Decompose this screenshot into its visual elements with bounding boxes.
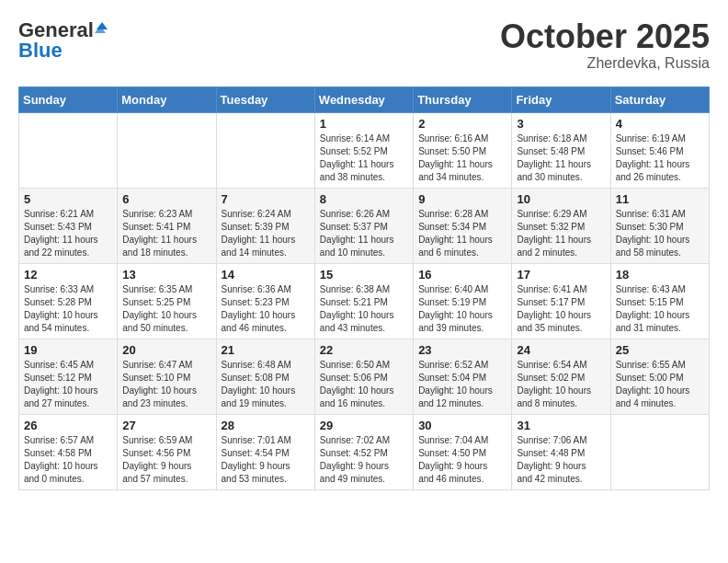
day-number: 11 xyxy=(616,192,704,206)
day-number: 13 xyxy=(122,268,210,282)
day-number: 27 xyxy=(122,419,210,432)
day-number: 8 xyxy=(320,192,408,206)
day-info: Sunrise: 6:29 AM Sunset: 5:32 PM Dayligh… xyxy=(517,208,605,259)
calendar-day-cell: 10Sunrise: 6:29 AM Sunset: 5:32 PM Dayli… xyxy=(512,188,610,263)
day-info: Sunrise: 6:28 AM Sunset: 5:34 PM Dayligh… xyxy=(418,208,506,259)
day-info: Sunrise: 6:18 AM Sunset: 5:48 PM Dayligh… xyxy=(517,132,605,184)
weekday-header: Friday xyxy=(512,86,610,112)
day-info: Sunrise: 6:21 AM Sunset: 5:43 PM Dayligh… xyxy=(24,208,112,259)
logo-icon xyxy=(95,20,108,33)
calendar-empty-cell xyxy=(216,112,314,188)
calendar-day-cell: 3Sunrise: 6:18 AM Sunset: 5:48 PM Daylig… xyxy=(512,112,610,188)
day-info: Sunrise: 6:35 AM Sunset: 5:25 PM Dayligh… xyxy=(122,283,210,335)
month-title: October 2025 xyxy=(500,18,710,55)
day-number: 9 xyxy=(418,192,506,206)
calendar-day-cell: 26Sunrise: 6:57 AM Sunset: 4:58 PM Dayli… xyxy=(19,414,118,489)
day-number: 15 xyxy=(320,268,408,282)
title-block: October 2025 Zherdevka, Russia xyxy=(500,18,710,72)
calendar-day-cell: 5Sunrise: 6:21 AM Sunset: 5:43 PM Daylig… xyxy=(19,188,118,263)
day-info: Sunrise: 6:43 AM Sunset: 5:15 PM Dayligh… xyxy=(616,283,704,335)
weekday-header: Monday xyxy=(118,86,216,112)
day-info: Sunrise: 7:04 AM Sunset: 4:50 PM Dayligh… xyxy=(418,434,506,486)
calendar-day-cell: 29Sunrise: 7:02 AM Sunset: 4:52 PM Dayli… xyxy=(314,414,413,489)
day-number: 18 xyxy=(616,268,704,282)
day-info: Sunrise: 7:06 AM Sunset: 4:48 PM Dayligh… xyxy=(517,434,605,486)
day-info: Sunrise: 6:55 AM Sunset: 5:00 PM Dayligh… xyxy=(616,359,704,410)
day-number: 22 xyxy=(320,343,408,357)
day-number: 10 xyxy=(517,192,605,206)
day-info: Sunrise: 6:38 AM Sunset: 5:21 PM Dayligh… xyxy=(320,283,408,335)
day-number: 14 xyxy=(222,268,310,282)
weekday-header: Thursday xyxy=(414,86,512,112)
day-info: Sunrise: 6:14 AM Sunset: 5:52 PM Dayligh… xyxy=(320,132,408,184)
day-info: Sunrise: 7:01 AM Sunset: 4:54 PM Dayligh… xyxy=(222,434,310,486)
day-info: Sunrise: 6:33 AM Sunset: 5:28 PM Dayligh… xyxy=(24,283,112,335)
calendar-day-cell: 6Sunrise: 6:23 AM Sunset: 5:41 PM Daylig… xyxy=(118,188,216,263)
logo: General Blue xyxy=(18,18,108,63)
day-number: 28 xyxy=(222,419,310,432)
day-number: 7 xyxy=(222,192,310,206)
day-info: Sunrise: 6:24 AM Sunset: 5:39 PM Dayligh… xyxy=(222,208,310,259)
day-number: 26 xyxy=(24,419,112,432)
calendar-day-cell: 11Sunrise: 6:31 AM Sunset: 5:30 PM Dayli… xyxy=(610,188,709,263)
day-number: 5 xyxy=(24,192,112,206)
day-info: Sunrise: 6:36 AM Sunset: 5:23 PM Dayligh… xyxy=(222,283,310,335)
weekday-header-row: SundayMondayTuesdayWednesdayThursdayFrid… xyxy=(19,86,710,112)
day-number: 3 xyxy=(517,117,605,131)
day-number: 31 xyxy=(517,419,605,432)
calendar-empty-cell xyxy=(118,112,216,188)
calendar-day-cell: 13Sunrise: 6:35 AM Sunset: 5:25 PM Dayli… xyxy=(118,263,216,339)
weekday-header: Tuesday xyxy=(216,86,314,112)
day-info: Sunrise: 6:16 AM Sunset: 5:50 PM Dayligh… xyxy=(418,132,506,184)
day-number: 23 xyxy=(418,343,506,357)
calendar-week-row: 19Sunrise: 6:45 AM Sunset: 5:12 PM Dayli… xyxy=(19,339,710,414)
day-info: Sunrise: 7:02 AM Sunset: 4:52 PM Dayligh… xyxy=(320,434,408,486)
day-number: 6 xyxy=(122,192,210,206)
day-info: Sunrise: 6:45 AM Sunset: 5:12 PM Dayligh… xyxy=(24,359,112,410)
weekday-header: Wednesday xyxy=(314,86,413,112)
calendar-day-cell: 30Sunrise: 7:04 AM Sunset: 4:50 PM Dayli… xyxy=(414,414,512,489)
weekday-header: Sunday xyxy=(19,86,118,112)
day-info: Sunrise: 6:26 AM Sunset: 5:37 PM Dayligh… xyxy=(320,208,408,259)
day-number: 12 xyxy=(24,268,112,282)
day-number: 16 xyxy=(418,268,506,282)
calendar-day-cell: 19Sunrise: 6:45 AM Sunset: 5:12 PM Dayli… xyxy=(19,339,118,414)
calendar-day-cell: 7Sunrise: 6:24 AM Sunset: 5:39 PM Daylig… xyxy=(216,188,314,263)
calendar-empty-cell xyxy=(610,414,709,489)
calendar-week-row: 12Sunrise: 6:33 AM Sunset: 5:28 PM Dayli… xyxy=(19,263,710,339)
day-info: Sunrise: 6:19 AM Sunset: 5:46 PM Dayligh… xyxy=(616,132,704,184)
day-number: 20 xyxy=(122,343,210,357)
calendar-table: SundayMondayTuesdayWednesdayThursdayFrid… xyxy=(18,86,710,490)
day-info: Sunrise: 6:31 AM Sunset: 5:30 PM Dayligh… xyxy=(616,208,704,259)
calendar-day-cell: 23Sunrise: 6:52 AM Sunset: 5:04 PM Dayli… xyxy=(414,339,512,414)
calendar-day-cell: 4Sunrise: 6:19 AM Sunset: 5:46 PM Daylig… xyxy=(610,112,709,188)
day-number: 29 xyxy=(320,419,408,432)
calendar-day-cell: 31Sunrise: 7:06 AM Sunset: 4:48 PM Dayli… xyxy=(512,414,610,489)
day-info: Sunrise: 6:47 AM Sunset: 5:10 PM Dayligh… xyxy=(122,359,210,410)
calendar-day-cell: 22Sunrise: 6:50 AM Sunset: 5:06 PM Dayli… xyxy=(314,339,413,414)
calendar-day-cell: 2Sunrise: 6:16 AM Sunset: 5:50 PM Daylig… xyxy=(414,112,512,188)
calendar-week-row: 26Sunrise: 6:57 AM Sunset: 4:58 PM Dayli… xyxy=(19,414,710,489)
day-number: 1 xyxy=(320,117,408,131)
calendar-day-cell: 21Sunrise: 6:48 AM Sunset: 5:08 PM Dayli… xyxy=(216,339,314,414)
calendar-day-cell: 15Sunrise: 6:38 AM Sunset: 5:21 PM Dayli… xyxy=(314,263,413,339)
calendar-week-row: 1Sunrise: 6:14 AM Sunset: 5:52 PM Daylig… xyxy=(19,112,710,188)
day-info: Sunrise: 6:40 AM Sunset: 5:19 PM Dayligh… xyxy=(418,283,506,335)
day-info: Sunrise: 6:50 AM Sunset: 5:06 PM Dayligh… xyxy=(320,359,408,410)
day-info: Sunrise: 6:52 AM Sunset: 5:04 PM Dayligh… xyxy=(418,359,506,410)
calendar-day-cell: 14Sunrise: 6:36 AM Sunset: 5:23 PM Dayli… xyxy=(216,263,314,339)
calendar-day-cell: 9Sunrise: 6:28 AM Sunset: 5:34 PM Daylig… xyxy=(414,188,512,263)
calendar-day-cell: 27Sunrise: 6:59 AM Sunset: 4:56 PM Dayli… xyxy=(118,414,216,489)
day-info: Sunrise: 6:23 AM Sunset: 5:41 PM Dayligh… xyxy=(122,208,210,259)
day-info: Sunrise: 6:41 AM Sunset: 5:17 PM Dayligh… xyxy=(517,283,605,335)
day-info: Sunrise: 6:57 AM Sunset: 4:58 PM Dayligh… xyxy=(24,434,112,486)
page-header: General Blue October 2025 Zherdevka, Rus… xyxy=(18,18,710,72)
day-info: Sunrise: 6:59 AM Sunset: 4:56 PM Dayligh… xyxy=(122,434,210,486)
calendar-day-cell: 17Sunrise: 6:41 AM Sunset: 5:17 PM Dayli… xyxy=(512,263,610,339)
location: Zherdevka, Russia xyxy=(500,55,710,72)
calendar-day-cell: 16Sunrise: 6:40 AM Sunset: 5:19 PM Dayli… xyxy=(414,263,512,339)
day-number: 21 xyxy=(222,343,310,357)
day-number: 24 xyxy=(517,343,605,357)
calendar-empty-cell xyxy=(19,112,118,188)
calendar-day-cell: 1Sunrise: 6:14 AM Sunset: 5:52 PM Daylig… xyxy=(314,112,413,188)
